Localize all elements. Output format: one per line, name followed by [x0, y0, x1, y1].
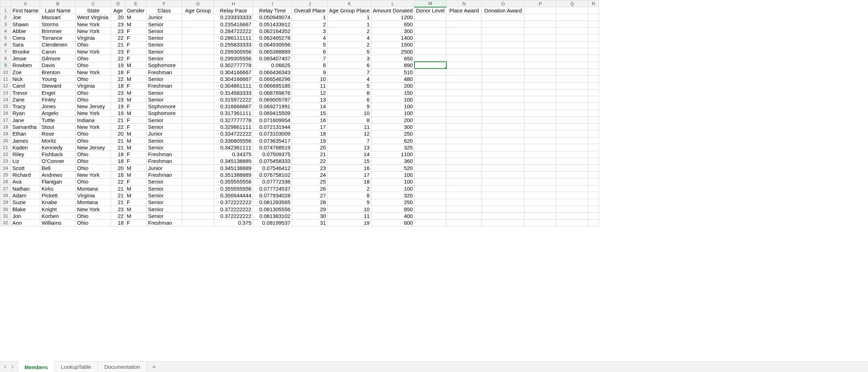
cell-D28[interactable]: 21 — [111, 192, 125, 199]
cell-I11[interactable]: 0.066546296 — [253, 76, 292, 82]
cell-B20[interactable]: Moritz — [40, 137, 76, 144]
cell-F12[interactable]: Freshman — [147, 82, 182, 89]
cell-R21[interactable] — [588, 144, 599, 151]
cell-C8[interactable]: Ohio — [76, 55, 111, 62]
cell-N13[interactable] — [446, 89, 482, 96]
cell-E4[interactable]: F — [125, 28, 147, 34]
cell-C25[interactable]: New York — [76, 171, 111, 178]
cell-P12[interactable] — [524, 82, 556, 89]
cell-J32[interactable]: 31 — [292, 219, 328, 226]
cell-E7[interactable]: F — [125, 48, 147, 55]
cell-I1[interactable]: Relay Time — [253, 7, 292, 14]
cell-L28[interactable]: 320 — [371, 192, 414, 199]
cell-A28[interactable]: Adam — [11, 192, 40, 199]
cell-N28[interactable] — [446, 192, 482, 199]
cell-C29[interactable]: Montana — [76, 199, 111, 206]
cell-P15[interactable] — [524, 103, 556, 110]
cell-K22[interactable]: 14 — [328, 151, 371, 158]
cell-H10[interactable]: 0.304166667 — [214, 69, 253, 75]
cell-K28[interactable]: 8 — [328, 192, 371, 199]
cell-R12[interactable] — [588, 82, 599, 89]
row-header-14[interactable]: 14 — [0, 96, 11, 103]
cell-K11[interactable]: 4 — [328, 76, 371, 82]
cell-H8[interactable]: 0.299305556 — [214, 55, 253, 62]
row-header-6[interactable]: 6 — [0, 41, 11, 48]
cell-P18[interactable] — [524, 124, 556, 130]
cell-A20[interactable]: James — [11, 137, 40, 144]
cell-I9[interactable]: 0.06625 — [253, 62, 292, 69]
add-sheet-button[interactable] — [147, 362, 161, 372]
cell-Q13[interactable] — [556, 89, 588, 96]
cell-F28[interactable]: Senior — [147, 192, 182, 199]
cell-O29[interactable] — [482, 199, 524, 206]
cell-I21[interactable]: 0.074768519 — [253, 144, 292, 151]
cell-A1[interactable]: First Name — [11, 7, 40, 14]
cell-D5[interactable]: 22 — [111, 34, 125, 41]
cell-B8[interactable]: Gilmore — [40, 55, 76, 62]
cell-R1[interactable] — [588, 7, 599, 14]
cell-K2[interactable]: 1 — [328, 14, 371, 21]
cell-P22[interactable] — [524, 151, 556, 158]
cell-Q9[interactable] — [556, 62, 588, 69]
cell-Q32[interactable] — [556, 219, 588, 226]
cell-E15[interactable]: F — [125, 103, 147, 110]
cell-O20[interactable] — [482, 137, 524, 144]
cell-P30[interactable] — [524, 206, 556, 212]
sheet-tab-lookuptable[interactable]: LookupTable — [55, 362, 98, 372]
cell-I17[interactable]: 0.071609954 — [253, 117, 292, 124]
cell-J3[interactable]: 2 — [292, 21, 328, 27]
spreadsheet-grid[interactable]: ABCDEFGHIJKLMNOPQR1First NameLast NameSt… — [0, 0, 868, 361]
cell-M17[interactable] — [414, 117, 446, 124]
cell-N32[interactable] — [446, 219, 482, 226]
cell-L10[interactable]: 510 — [371, 69, 414, 75]
cell-I13[interactable]: 0.068769676 — [253, 89, 292, 96]
cell-J11[interactable]: 10 — [292, 76, 328, 82]
cell-P6[interactable] — [524, 41, 556, 48]
cell-M22[interactable] — [414, 151, 446, 158]
cell-C31[interactable]: Ohio — [76, 213, 111, 219]
cell-J26[interactable]: 25 — [292, 178, 328, 185]
cell-N6[interactable] — [446, 41, 482, 48]
row-header-17[interactable]: 17 — [0, 117, 11, 124]
cell-Q28[interactable] — [556, 192, 588, 199]
cell-G24[interactable] — [182, 165, 214, 171]
cell-Q12[interactable] — [556, 82, 588, 89]
cell-P2[interactable] — [524, 14, 556, 21]
cell-O26[interactable] — [482, 178, 524, 185]
cell-J6[interactable]: 5 — [292, 41, 328, 48]
cell-R16[interactable] — [588, 110, 599, 116]
cell-F16[interactable]: Sophomore — [147, 110, 182, 116]
cell-P23[interactable] — [524, 158, 556, 164]
cell-R19[interactable] — [588, 130, 599, 137]
cell-J14[interactable]: 13 — [292, 96, 328, 103]
cell-L1[interactable]: Amount Donated — [371, 7, 414, 14]
cell-C6[interactable]: Ohio — [76, 41, 111, 48]
row-header-25[interactable]: 25 — [0, 171, 11, 178]
cell-C1[interactable]: State — [76, 7, 111, 14]
cell-D1[interactable]: Age — [111, 7, 125, 14]
cell-J21[interactable]: 20 — [292, 144, 328, 151]
cell-B15[interactable]: Jones — [40, 103, 76, 110]
cell-K12[interactable]: 5 — [328, 82, 371, 89]
cell-L27[interactable]: 100 — [371, 185, 414, 192]
cell-K31[interactable]: 11 — [328, 213, 371, 219]
cell-L4[interactable]: 300 — [371, 28, 414, 34]
cell-K27[interactable]: 2 — [328, 185, 371, 192]
cell-H29[interactable]: 0.372222222 — [214, 199, 253, 206]
cell-B13[interactable]: Engel — [40, 89, 76, 96]
cell-F29[interactable]: Senior — [147, 199, 182, 206]
cell-M27[interactable] — [414, 185, 446, 192]
cell-O4[interactable] — [482, 28, 524, 34]
row-header-5[interactable]: 5 — [0, 34, 11, 41]
cell-R3[interactable] — [588, 21, 599, 27]
cell-R17[interactable] — [588, 117, 599, 124]
cell-B22[interactable]: Fishback — [40, 151, 76, 158]
cell-P5[interactable] — [524, 34, 556, 41]
cell-M23[interactable] — [414, 158, 446, 164]
cell-F1[interactable]: Class — [147, 7, 182, 14]
cell-F8[interactable]: Senior — [147, 55, 182, 62]
cell-L21[interactable]: 325 — [371, 144, 414, 151]
cell-E20[interactable]: M — [125, 137, 147, 144]
cell-N15[interactable] — [446, 103, 482, 110]
cell-F17[interactable]: Senior — [147, 117, 182, 124]
